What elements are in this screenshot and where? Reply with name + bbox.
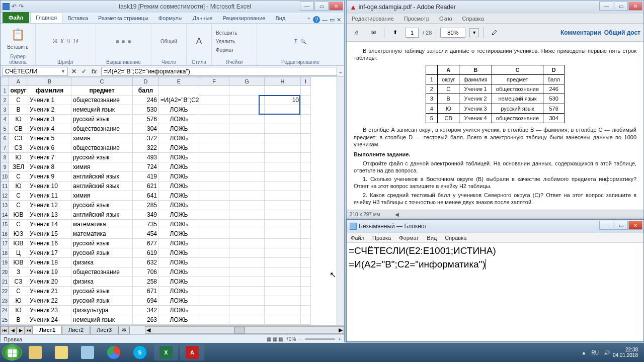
cell[interactable]: 454 — [133, 229, 159, 239]
cell[interactable]: С — [9, 201, 28, 210]
cell[interactable]: 619 — [133, 248, 159, 258]
cell[interactable]: русский язык — [71, 201, 133, 210]
cell[interactable]: русский язык — [71, 248, 133, 258]
cell[interactable] — [265, 182, 301, 191]
menu-help[interactable]: Справка — [457, 16, 489, 22]
sheet-tab-3[interactable]: Лист3 — [90, 326, 118, 334]
cell[interactable] — [265, 115, 301, 124]
cell[interactable]: =И(A2="В";C2 — [159, 96, 199, 105]
tab-layout[interactable]: Разметка страницы — [93, 13, 153, 23]
tab-file[interactable]: Файл — [3, 12, 29, 23]
cell[interactable] — [199, 162, 229, 172]
zoom-slider[interactable] — [305, 338, 335, 340]
tab-formulas[interactable]: Формулы — [153, 13, 188, 23]
menu-format[interactable]: Формат — [395, 235, 423, 241]
name-box[interactable]: СЧЁТЕСЛИ▼ — [3, 67, 68, 76]
cell[interactable] — [229, 201, 265, 210]
cell[interactable]: 246 — [133, 96, 159, 105]
cell[interactable]: Ученик 14 — [28, 220, 71, 229]
taskbar-item[interactable] — [75, 344, 100, 360]
accept-formula-icon[interactable]: ✓ — [80, 68, 88, 75]
cell[interactable]: предмет — [71, 86, 133, 96]
cell[interactable]: обществознание — [71, 124, 133, 134]
cell[interactable] — [265, 229, 301, 239]
cell[interactable]: 671 — [133, 287, 159, 296]
tab-review[interactable]: Рецензирование — [217, 13, 270, 23]
vertical-scrollbar[interactable] — [337, 77, 344, 325]
menu-edit[interactable]: Правка — [368, 235, 395, 241]
col-header[interactable]: G — [229, 77, 265, 86]
row-header[interactable]: 5 — [1, 124, 9, 134]
cell[interactable]: ЛОЖЬ — [159, 162, 199, 172]
cell[interactable] — [199, 267, 229, 277]
cell[interactable] — [229, 229, 265, 239]
cell[interactable]: Ю — [9, 182, 28, 191]
cell[interactable]: 263 — [133, 315, 159, 325]
cell[interactable] — [265, 267, 301, 277]
taskbar-excel[interactable]: X — [154, 344, 178, 360]
cell[interactable]: химия — [71, 134, 133, 143]
cell[interactable]: математика — [71, 220, 133, 229]
col-header[interactable]: A — [9, 77, 28, 86]
cell[interactable]: 724 — [133, 162, 159, 172]
redo-icon[interactable]: ↷ — [19, 3, 24, 10]
cell[interactable]: Ученик 19 — [28, 267, 71, 277]
cell[interactable] — [199, 296, 229, 306]
cell[interactable]: обществознание — [71, 143, 133, 153]
minimize-button[interactable]: — — [300, 2, 314, 11]
cell[interactable]: 342 — [133, 306, 159, 315]
cell[interactable] — [265, 124, 301, 134]
cell[interactable]: Ученик 24 — [28, 315, 71, 325]
cell[interactable]: ЛОЖЬ — [159, 306, 199, 315]
cell[interactable] — [301, 96, 311, 105]
pdf-viewport[interactable]: В электронную таблицу занесли данные о т… — [347, 42, 643, 210]
cell[interactable]: ЛОЖЬ — [159, 115, 199, 124]
cell[interactable]: ЛОЖЬ — [159, 210, 199, 220]
cell[interactable] — [301, 143, 311, 153]
fx-icon[interactable]: fx — [90, 68, 98, 75]
cell[interactable]: физкультура — [71, 306, 133, 315]
tab-home[interactable]: Главная — [30, 12, 62, 23]
cell[interactable]: В — [9, 105, 28, 115]
cell[interactable] — [265, 239, 301, 248]
mail-icon[interactable]: ✉ — [367, 26, 380, 39]
cell[interactable]: Ученик 18 — [28, 258, 71, 267]
tab-data[interactable]: Данные — [188, 13, 218, 23]
cell[interactable]: СВ — [9, 124, 28, 134]
cell[interactable] — [301, 86, 311, 96]
cell[interactable] — [265, 134, 301, 143]
cell[interactable]: округ — [9, 86, 28, 96]
tab-insert[interactable]: Вставка — [62, 13, 93, 23]
cell[interactable] — [229, 172, 265, 182]
taskbar-chrome[interactable] — [102, 344, 126, 360]
cell[interactable] — [301, 220, 311, 229]
cell[interactable] — [199, 258, 229, 267]
cell[interactable]: З — [9, 267, 28, 277]
cell[interactable]: Ученик 16 — [28, 239, 71, 248]
cell[interactable] — [301, 162, 311, 172]
taskbar-explorer[interactable] — [23, 344, 47, 360]
row-header[interactable]: 6 — [1, 134, 9, 143]
cell[interactable] — [265, 220, 301, 229]
col-header[interactable]: H — [265, 77, 301, 86]
tab-view[interactable]: Вид — [270, 13, 290, 23]
horizontal-scrollbar[interactable]: ◀▶ — [145, 326, 344, 334]
cell[interactable]: ЛОЖЬ — [159, 182, 199, 191]
cell[interactable]: физика — [71, 258, 133, 267]
cell[interactable]: ЛОЖЬ — [159, 267, 199, 277]
select-all-corner[interactable] — [1, 77, 9, 86]
print-icon[interactable]: 🖨 — [350, 26, 363, 39]
menu-window[interactable]: Окно — [434, 16, 457, 22]
cell[interactable]: русский язык — [71, 287, 133, 296]
cell[interactable]: 322 — [133, 143, 159, 153]
cell[interactable]: ЛОЖЬ — [159, 201, 199, 210]
cell[interactable] — [265, 248, 301, 258]
cell[interactable]: немецкий язык — [71, 105, 133, 115]
cell[interactable]: С — [9, 220, 28, 229]
cell[interactable] — [301, 258, 311, 267]
taskbar-adobe[interactable]: A — [180, 344, 204, 360]
cell[interactable]: русский язык — [71, 296, 133, 306]
next-sheet-icon[interactable]: ▶ — [17, 326, 25, 334]
cell[interactable] — [229, 115, 265, 124]
cell[interactable] — [199, 229, 229, 239]
